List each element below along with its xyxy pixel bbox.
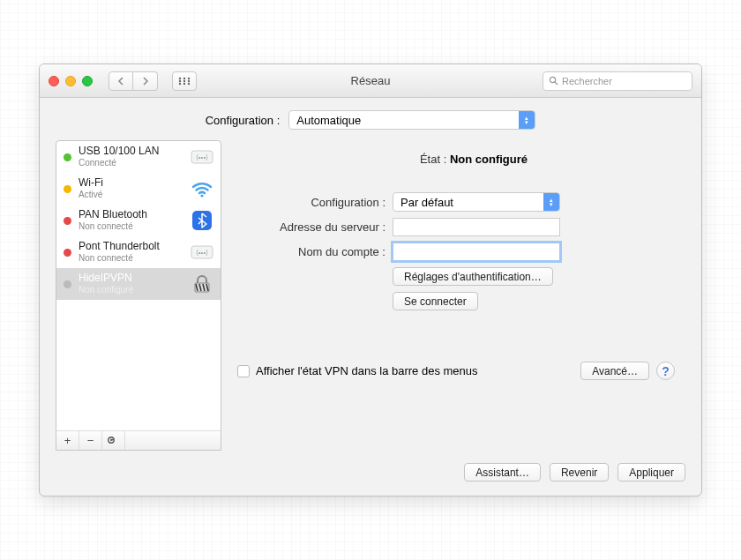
columns: USB 10/100 LANConnecté⟨•••⟩Wi-FiActivéPA… xyxy=(56,140,685,451)
location-select[interactable]: Automatique ▴▾ xyxy=(288,110,535,130)
status-dot-icon xyxy=(64,280,71,288)
nav-back-forward xyxy=(109,71,158,91)
server-row: Adresse du serveur : xyxy=(237,218,675,236)
service-actions-button[interactable] xyxy=(102,431,125,450)
service-status: Non configuré xyxy=(79,285,183,295)
status-dot-icon xyxy=(64,185,71,193)
account-row: Nom du compte : xyxy=(237,243,675,261)
service-status: Connecté xyxy=(79,158,183,168)
location-row: Configuration : Automatique ▴▾ xyxy=(56,110,685,130)
svg-point-1 xyxy=(183,77,185,78)
svg-point-8 xyxy=(188,82,190,84)
gear-icon xyxy=(107,436,121,446)
svg-point-7 xyxy=(183,82,185,84)
bottom-row: Afficher l'état VPN dans la barre des me… xyxy=(237,362,675,380)
state-label: État : xyxy=(420,153,446,166)
lock-icon xyxy=(191,273,213,295)
search-input[interactable]: Rechercher xyxy=(543,71,692,91)
apply-button[interactable]: Appliquer xyxy=(618,463,685,482)
account-input[interactable] xyxy=(393,243,560,261)
svg-line-10 xyxy=(555,82,558,85)
svg-point-3 xyxy=(179,79,181,81)
service-name: PAN Bluetooth xyxy=(79,209,183,221)
back-button[interactable] xyxy=(109,71,133,91)
show-all-button[interactable] xyxy=(172,71,197,91)
service-text: PAN BluetoothNon connecté xyxy=(79,209,183,231)
config-value: Par défaut xyxy=(400,196,453,209)
service-list: USB 10/100 LANConnecté⟨•••⟩Wi-FiActivéPA… xyxy=(56,140,221,451)
vpn-status-label: Afficher l'état VPN dans la barre des me… xyxy=(256,364,580,377)
service-item[interactable]: USB 10/100 LANConnecté⟨•••⟩ xyxy=(56,141,221,173)
service-status: Activé xyxy=(79,190,183,200)
services-container: USB 10/100 LANConnecté⟨•••⟩Wi-FiActivéPA… xyxy=(56,141,221,430)
service-text: HideIPVPNNon configuré xyxy=(79,273,183,295)
close-icon[interactable] xyxy=(49,76,59,86)
service-name: HideIPVPN xyxy=(79,273,183,285)
service-item[interactable]: PAN BluetoothNon connecté xyxy=(56,205,221,236)
svg-point-0 xyxy=(179,77,181,78)
revert-button[interactable]: Revenir xyxy=(550,463,609,482)
connect-button[interactable]: Se connecter xyxy=(393,292,478,310)
preferences-window: Réseau Rechercher Configuration : Automa… xyxy=(39,63,702,497)
status-dot-icon xyxy=(64,217,71,225)
location-value: Automatique xyxy=(296,114,361,127)
connect-row: Se connecter xyxy=(237,292,675,310)
svg-point-4 xyxy=(183,79,185,81)
service-name: Wi-Fi xyxy=(79,177,183,190)
status-dot-icon xyxy=(64,249,71,257)
footer: Assistant… Revenir Appliquer xyxy=(56,463,685,482)
config-label: Configuration : xyxy=(237,196,393,209)
ethernet-icon: ⟨•••⟩ xyxy=(191,241,213,264)
svg-text:⟨•••⟩: ⟨•••⟩ xyxy=(196,153,208,161)
status-dot-icon xyxy=(64,153,71,161)
add-service-button[interactable]: + xyxy=(56,431,79,450)
location-label: Configuration : xyxy=(206,114,281,127)
chevron-updown-icon: ▴▾ xyxy=(519,111,535,129)
service-text: Pont ThunderboltNon connecté xyxy=(79,241,183,263)
service-item[interactable]: HideIPVPNNon configuré xyxy=(56,268,221,300)
advanced-button[interactable]: Avancé… xyxy=(580,362,649,380)
help-button[interactable]: ? xyxy=(656,362,675,380)
forward-button[interactable] xyxy=(133,71,158,91)
bluetooth-icon xyxy=(191,209,213,232)
vpn-status-checkbox[interactable] xyxy=(237,365,250,377)
chevron-updown-icon: ▴▾ xyxy=(543,193,559,211)
wifi-icon xyxy=(191,177,213,200)
config-row: Configuration : Par défaut ▴▾ xyxy=(237,192,675,212)
ethernet-icon: ⟨•••⟩ xyxy=(191,146,213,168)
service-name: USB 10/100 LAN xyxy=(79,146,183,158)
titlebar: Réseau Rechercher xyxy=(40,64,701,98)
svg-point-9 xyxy=(550,77,555,82)
service-text: Wi-FiActivé xyxy=(79,177,183,199)
server-label: Adresse du serveur : xyxy=(237,220,393,234)
service-toolbar: + − xyxy=(56,430,221,450)
service-item[interactable]: Wi-FiActivé xyxy=(56,173,221,205)
window-body: Configuration : Automatique ▴▾ USB 10/10… xyxy=(40,98,701,496)
service-status: Non connecté xyxy=(79,253,183,264)
svg-point-6 xyxy=(179,82,181,84)
service-name: Pont Thunderbolt xyxy=(79,241,183,253)
account-label: Nom du compte : xyxy=(237,245,393,258)
server-input[interactable] xyxy=(393,218,560,236)
minimize-icon[interactable] xyxy=(65,76,76,86)
svg-text:⟨•••⟩: ⟨•••⟩ xyxy=(196,249,208,257)
svg-point-2 xyxy=(188,77,190,78)
traffic-lights xyxy=(49,76,93,86)
config-select[interactable]: Par défaut ▴▾ xyxy=(393,192,560,212)
search-icon xyxy=(549,76,558,86)
window-title: Réseau xyxy=(351,74,391,87)
auth-row: Réglages d'authentification… xyxy=(237,267,675,286)
assistant-button[interactable]: Assistant… xyxy=(464,463,541,482)
auth-settings-button[interactable]: Réglages d'authentification… xyxy=(393,267,553,286)
service-status: Non connecté xyxy=(79,221,183,232)
svg-point-5 xyxy=(188,79,190,81)
state-row: État : Non configuré xyxy=(273,153,675,166)
service-item[interactable]: Pont ThunderboltNon connecté⟨•••⟩ xyxy=(56,236,221,268)
detail-pane: État : Non configuré Configuration : Par… xyxy=(221,140,685,451)
zoom-icon[interactable] xyxy=(82,76,93,86)
state-value: Non configuré xyxy=(450,153,528,166)
svg-point-13 xyxy=(200,194,203,197)
search-placeholder: Rechercher xyxy=(562,76,612,86)
remove-service-button[interactable]: − xyxy=(79,431,102,450)
service-text: USB 10/100 LANConnecté xyxy=(79,146,183,168)
